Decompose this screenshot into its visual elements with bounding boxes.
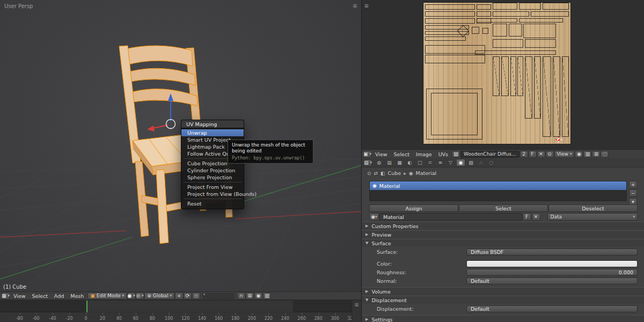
menu-view[interactable]: View [10, 293, 29, 299]
uv-island[interactable] [477, 18, 518, 23]
layer-cell[interactable] [219, 296, 222, 299]
layer-cell[interactable] [213, 293, 215, 296]
menu-item-project-from-view-bounds-[interactable]: Project from View (Bounds) [181, 191, 244, 197]
uv-menu-uvs[interactable]: UVs [435, 151, 451, 157]
material-slot-list[interactable]: ◉ Material [369, 181, 627, 201]
uv-select-mode-button[interactable]: ▥ [583, 151, 591, 158]
tab-render-icon[interactable]: ◍ [375, 159, 384, 166]
manipulator-translate-button[interactable]: + [175, 292, 183, 299]
uv-island[interactable] [543, 3, 569, 10]
uv-island[interactable] [525, 56, 532, 119]
fake-user-button[interactable]: F [523, 213, 531, 221]
surface-shader-dropdown[interactable]: Diffuse BSDF [466, 248, 638, 255]
displacement-dropdown[interactable]: Default [466, 305, 638, 312]
manipulator-rotate-button[interactable]: ⟳ [184, 292, 192, 299]
tab-constraints-icon[interactable]: ⊂ [426, 159, 435, 166]
layer-cell[interactable] [219, 293, 222, 296]
menu-item-cylinder-projection[interactable]: Cylinder Projection [181, 167, 244, 174]
area-split-grip-icon[interactable]: ⊞ [364, 3, 369, 9]
menu-item-unwrap[interactable]: Unwrap [181, 129, 244, 136]
uv-island[interactable] [493, 39, 524, 48]
assign-button[interactable]: Assign [369, 204, 458, 212]
uv-menu-image[interactable]: Image [413, 151, 435, 157]
snap-magnet-button[interactable]: ∩ [237, 292, 245, 299]
layer-cell[interactable] [203, 293, 206, 296]
pin-icon[interactable]: ⊙ [367, 171, 371, 176]
uv-sync-selection-button[interactable]: ◉ [575, 151, 583, 158]
uv-island[interactable] [517, 56, 523, 96]
current-frame-marker[interactable] [86, 301, 87, 312]
shading-dropdown[interactable]: ●▾ [127, 292, 135, 299]
fake-user-button[interactable]: F [529, 151, 537, 158]
data-link-dropdown[interactable]: Data▾ [547, 213, 638, 221]
editor-type-button[interactable]: ▤▾ [364, 159, 372, 166]
breadcrumb-object[interactable]: Cube [388, 170, 401, 176]
uv-island[interactable] [475, 50, 556, 55]
tab-world-icon[interactable]: ◐ [405, 159, 414, 166]
uv-island[interactable] [477, 11, 491, 17]
breadcrumb-material[interactable]: Material [416, 170, 437, 176]
unlink-material-button[interactable]: ✕ [532, 213, 540, 221]
tab-render-layers-icon[interactable]: ▤ [385, 159, 394, 166]
layer-cell[interactable] [229, 293, 231, 296]
uv-island[interactable] [534, 56, 541, 119]
area-split-grip-icon[interactable]: ⊞ [353, 3, 357, 9]
tab-material-icon[interactable]: ◉ [456, 159, 465, 166]
panel-settings[interactable]: ▶ Settings [362, 315, 644, 322]
tab-particles-icon[interactable]: ∴ [477, 159, 486, 166]
manipulator-scale-button[interactable]: ◇ [192, 292, 200, 299]
timeline-channel-area[interactable] [0, 301, 352, 312]
uv-image-editor[interactable]: ⊞ ▣▾ ViewSelectImageUVs ▨ WoodenChair Di… [361, 0, 644, 158]
material-slot-row[interactable]: ◉ Material [370, 181, 626, 190]
browse-context-icon[interactable]: ⇄ [374, 171, 378, 176]
uv-island[interactable] [425, 36, 466, 41]
color-swatch[interactable] [466, 260, 638, 267]
timeline-ruler[interactable]: -80-60-40-200204060801001201401601802002… [0, 312, 352, 322]
uv-island[interactable] [543, 56, 551, 137]
layer-cell[interactable] [232, 296, 235, 299]
timeline-editor[interactable]: -80-60-40-200204060801001201401601802002… [0, 301, 361, 322]
menu-select[interactable]: Select [29, 293, 51, 299]
layer-cell[interactable] [209, 293, 212, 296]
add-slot-button[interactable]: + [629, 181, 637, 188]
uv-canvas[interactable]: ⊞ [362, 0, 644, 149]
tab-modifiers-icon[interactable]: ≡ [436, 159, 445, 166]
menu-item-project-from-view[interactable]: Project From View [181, 184, 244, 191]
orientation-dropdown[interactable]: ⊕Global▾ [144, 292, 174, 299]
layer-cell[interactable] [216, 296, 218, 299]
tab-object-icon[interactable]: □ [415, 159, 425, 166]
uv-draw-other-button[interactable]: ◌ [601, 151, 609, 158]
render-opengl-button[interactable]: ▥ [263, 292, 271, 299]
uv-island[interactable] [477, 4, 491, 10]
unlink-image-button[interactable]: ✕ [537, 151, 545, 158]
tab-data-icon[interactable]: ▽ [446, 159, 455, 166]
editor-type-button[interactable]: ▦▾ [2, 292, 10, 299]
layer-cell[interactable] [213, 296, 215, 299]
layer-cell[interactable] [206, 293, 209, 296]
tab-texture-icon[interactable]: ▨ [466, 159, 475, 166]
layer-cell[interactable] [225, 296, 228, 299]
uv-island[interactable] [493, 11, 530, 17]
normal-dropdown[interactable]: Default [466, 277, 638, 284]
tab-scene-icon[interactable]: ▦ [395, 159, 404, 166]
layer-cell[interactable] [203, 296, 206, 299]
uv-island[interactable] [431, 93, 478, 135]
pin-icon[interactable]: ⊙ [546, 151, 554, 158]
uv-island[interactable] [562, 56, 569, 137]
mode-dropdown[interactable]: ▣Edit Mode▾ [87, 292, 127, 299]
roughness-slider[interactable]: 0.000 [466, 269, 638, 276]
uv-menu-view[interactable]: View [372, 151, 391, 157]
uv-island[interactable] [425, 11, 475, 17]
uv-island[interactable] [493, 56, 500, 96]
uv-island[interactable] [425, 55, 485, 63]
uv-island[interactable] [493, 24, 507, 36]
viewport-3d[interactable]: User Persp (1) Cube ⊞ UV Mapping UnwrapS… [0, 0, 361, 291]
panel-preview[interactable]: ▶ Preview [362, 230, 644, 238]
uv-view-dropdown[interactable]: View▾ [554, 151, 575, 158]
panel-custom-properties[interactable]: ▶ Custom Properties [362, 222, 644, 230]
editor-type-button[interactable]: ▣▾ [363, 151, 371, 158]
uv-island[interactable] [493, 3, 518, 10]
layer-cell[interactable] [225, 293, 228, 296]
uv-island[interactable] [509, 24, 522, 36]
select-button[interactable]: Select [459, 204, 548, 212]
